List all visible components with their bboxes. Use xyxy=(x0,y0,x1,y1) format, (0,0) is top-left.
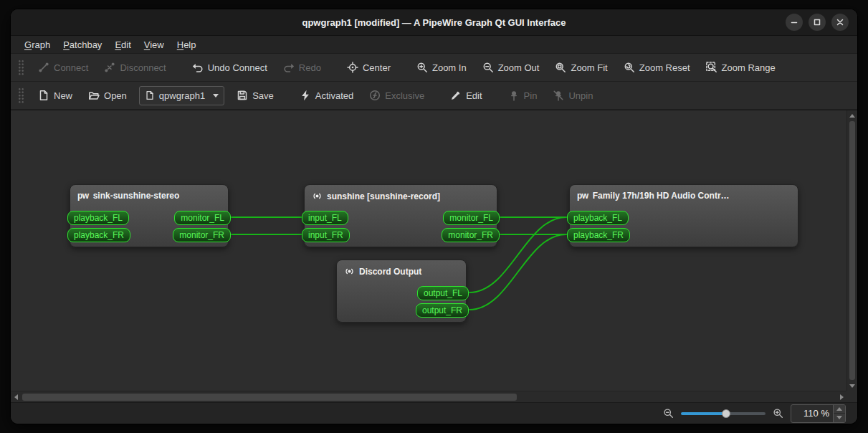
zoom-range-button[interactable]: Zoom Range xyxy=(700,58,782,77)
port-monitor_FR[interactable]: monitor_FR xyxy=(173,228,231,242)
disconnect-icon xyxy=(104,62,115,73)
open-button[interactable]: Open xyxy=(82,86,133,105)
menu-patchbay-rest: atchbay xyxy=(70,39,102,50)
zoom-slider-handle[interactable] xyxy=(722,409,730,418)
activated-button[interactable]: Activated xyxy=(293,86,360,105)
edit-pencil-icon xyxy=(450,90,462,101)
menu-edit[interactable]: Edit xyxy=(108,37,137,52)
node-sunshine-record[interactable]: sunshine [sunshine-record] input_FL inpu… xyxy=(304,184,497,247)
undo-icon xyxy=(192,62,204,73)
spin-buttons xyxy=(833,405,845,422)
menu-view-accel: V xyxy=(144,39,150,50)
port-monitor_FL[interactable]: monitor_FL xyxy=(443,211,500,225)
zoom-slider-track-filled[interactable] xyxy=(681,412,726,415)
center-button[interactable]: Center xyxy=(340,58,397,77)
undo-connect-button[interactable]: Undo Connect xyxy=(186,58,274,77)
port-playback_FL[interactable]: playback_FL xyxy=(67,211,129,225)
node-discord-output[interactable]: Discord Output output_FL output_FR xyxy=(336,260,467,323)
record-icon xyxy=(344,266,355,277)
port-playback_FR[interactable]: playback_FR xyxy=(567,228,630,242)
maximize-icon xyxy=(811,16,823,28)
zoom-reset-button[interactable]: Zoom Reset xyxy=(617,58,697,77)
scroll-down-arrow[interactable] xyxy=(847,381,857,391)
port-output_FL[interactable]: output_FL xyxy=(417,286,469,300)
zoom-out-icon[interactable] xyxy=(663,408,674,419)
zoom-spinbox[interactable]: 110 % xyxy=(791,404,846,423)
connection-lines xyxy=(11,110,846,391)
vertical-scrollbar-thumb[interactable] xyxy=(849,121,855,380)
scroll-up-arrow[interactable] xyxy=(847,110,857,120)
disconnect-button[interactable]: Disconnect xyxy=(97,58,172,77)
save-button[interactable]: Save xyxy=(230,86,280,105)
menu-graph[interactable]: Graph xyxy=(18,37,57,52)
zoom-slider[interactable] xyxy=(681,409,766,419)
port-playback_FL[interactable]: playback_FL xyxy=(567,211,629,225)
port-monitor_FL[interactable]: monitor_FL xyxy=(174,211,231,225)
horizontal-scrollbar[interactable] xyxy=(11,391,846,402)
toolbar-file: New Open qpwgraph1 Save Activated Exclus… xyxy=(11,82,857,110)
pin-label: Pin xyxy=(524,90,538,101)
zoom-fit-button[interactable]: Zoom Fit xyxy=(548,58,614,77)
save-label: Save xyxy=(252,90,274,101)
minimize-button[interactable] xyxy=(786,14,803,31)
zoom-range-label: Zoom Range xyxy=(722,62,776,73)
node-sink-sunshine-stereo[interactable]: pw sink-sunshine-stereo playback_FL play… xyxy=(70,184,229,247)
unpin-button[interactable]: Unpin xyxy=(546,86,599,105)
zoom-slider-track[interactable] xyxy=(726,412,766,415)
pin-button[interactable]: Pin xyxy=(502,86,544,105)
menu-patchbay[interactable]: Patchbay xyxy=(57,37,108,52)
connect-button[interactable]: Connect xyxy=(32,58,95,77)
menubar: Graph Patchbay Edit View Help xyxy=(11,36,857,54)
menu-help[interactable]: Help xyxy=(171,37,203,52)
redo-label: Redo xyxy=(299,62,321,73)
zoom-in-icon[interactable] xyxy=(773,408,783,419)
toolbar-grip[interactable] xyxy=(18,87,24,103)
port-output_FR[interactable]: output_FR xyxy=(416,303,469,318)
vertical-scrollbar[interactable] xyxy=(846,110,857,391)
zoom-value[interactable]: 110 % xyxy=(791,405,833,422)
exclusive-button[interactable]: Exclusive xyxy=(363,86,431,105)
scrollbar-corner xyxy=(846,391,857,402)
combo-dropdown-arrow[interactable] xyxy=(213,94,219,97)
new-label: New xyxy=(54,90,72,101)
save-icon xyxy=(237,90,248,101)
zoom-in-button[interactable]: Zoom In xyxy=(410,58,473,77)
port-monitor_FR[interactable]: monitor_FR xyxy=(442,228,500,242)
horizontal-scrollbar-thumb[interactable] xyxy=(22,394,517,401)
node-title: sunshine [sunshine-record] xyxy=(327,191,440,201)
center-label: Center xyxy=(363,62,391,73)
menu-view-rest: iew xyxy=(150,39,164,50)
zoom-range-icon xyxy=(706,62,717,73)
maximize-button[interactable] xyxy=(809,14,826,31)
open-folder-icon xyxy=(88,90,100,101)
desktop: qpwgraph1 [modified] — A PipeWire Graph … xyxy=(0,0,868,433)
port-input_FR[interactable]: input_FR xyxy=(302,228,350,242)
port-playback_FR[interactable]: playback_FR xyxy=(67,228,130,242)
port-input_FL[interactable]: input_FL xyxy=(302,211,348,225)
window-title: qpwgraph1 [modified] — A PipeWire Graph … xyxy=(302,17,566,28)
redo-button[interactable]: Redo xyxy=(277,58,328,77)
qpwgraph-window: qpwgraph1 [modified] — A PipeWire Graph … xyxy=(10,9,858,424)
scroll-right-arrow[interactable] xyxy=(836,391,846,402)
spin-up-button[interactable] xyxy=(834,405,845,414)
node-family-hd-audio[interactable]: pw Family 17h/19h HD Audio Contr… playba… xyxy=(569,184,798,247)
node-header: sunshine [sunshine-record] xyxy=(305,185,497,201)
titlebar[interactable]: qpwgraph1 [modified] — A PipeWire Graph … xyxy=(11,9,857,36)
menu-help-accel: H xyxy=(177,39,183,50)
zoom-fit-label: Zoom Fit xyxy=(571,62,607,73)
connect-icon xyxy=(38,62,49,73)
toolbar-graph: Connect Disconnect Undo Connect Redo Cen… xyxy=(11,54,857,82)
close-button[interactable] xyxy=(831,14,849,31)
node-header: pw sink-sunshine-stereo xyxy=(70,185,228,201)
zoom-out-icon xyxy=(482,62,494,73)
menu-patchbay-accel: P xyxy=(63,39,70,50)
scroll-left-arrow[interactable] xyxy=(11,391,21,402)
zoom-out-button[interactable]: Zoom Out xyxy=(476,58,546,77)
new-button[interactable]: New xyxy=(32,86,79,105)
menu-view[interactable]: View xyxy=(138,37,171,52)
graph-canvas[interactable]: pw sink-sunshine-stereo playback_FL play… xyxy=(11,110,846,391)
spin-down-button[interactable] xyxy=(834,414,845,422)
edit-button[interactable]: Edit xyxy=(444,86,488,105)
toolbar-grip[interactable] xyxy=(18,60,24,75)
patchbay-combo[interactable]: qpwgraph1 xyxy=(139,86,224,105)
